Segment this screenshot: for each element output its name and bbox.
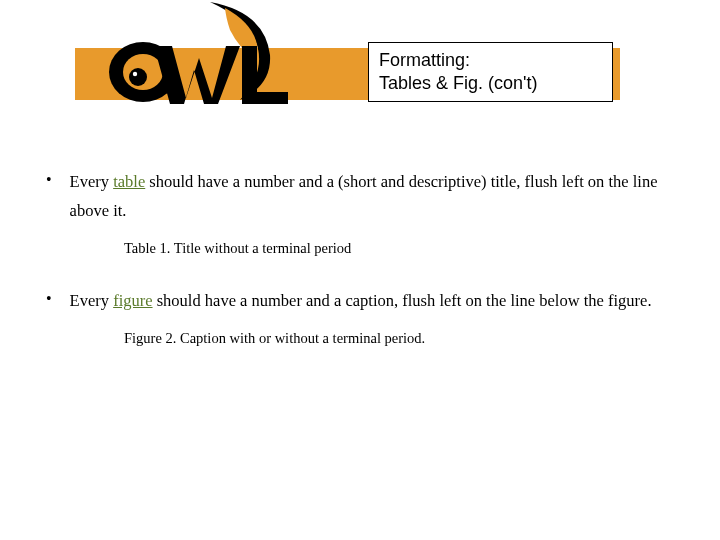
bullet-marker: •: [46, 172, 52, 188]
bullet-post: should have a number and a (short and de…: [70, 172, 658, 220]
owl-logo: [90, 0, 320, 120]
svg-point-3: [133, 72, 137, 76]
bullet-pre: Every: [70, 291, 114, 310]
slide-title-box: Formatting: Tables & Fig. (con't): [368, 42, 613, 102]
bullet-text: Every figure should have a number and a …: [70, 287, 690, 316]
slide-title-line1: Formatting:: [379, 49, 602, 72]
example-text: Figure 2. Caption with or without a term…: [124, 330, 690, 347]
slide-body: • Every table should have a number and a…: [40, 168, 690, 377]
bullet-item: • Every table should have a number and a…: [40, 168, 690, 226]
bullet-pre: Every: [70, 172, 114, 191]
bullet-marker: •: [46, 291, 52, 307]
bullet-keyword: figure: [113, 291, 152, 310]
bullet-keyword: table: [113, 172, 145, 191]
bullet-post: should have a number and a caption, flus…: [153, 291, 652, 310]
bullet-item: • Every figure should have a number and …: [40, 287, 690, 316]
slide-title-line2: Tables & Fig. (con't): [379, 72, 602, 95]
example-text: Table 1. Title without a terminal period: [124, 240, 690, 257]
bullet-text: Every table should have a number and a (…: [70, 168, 690, 226]
svg-point-2: [129, 68, 147, 86]
